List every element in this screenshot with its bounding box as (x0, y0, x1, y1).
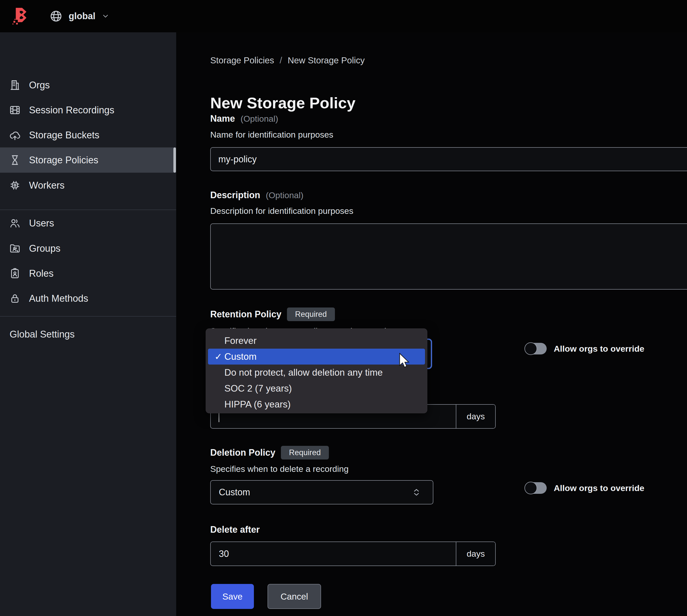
retention-label-row: Retention Policy Required (210, 308, 335, 321)
name-helper: Name for identification purposes (210, 130, 333, 139)
page-title: New Storage Policy (210, 94, 355, 112)
sidebar-item-label: Storage Buckets (29, 130, 99, 140)
description-textarea[interactable] (210, 223, 687, 290)
sidebar-scrollbar-thumb[interactable] (173, 148, 176, 173)
name-label: Name (210, 113, 235, 124)
description-label-row: Description (Optional) (210, 188, 303, 202)
delete-after-input[interactable]: 30 (211, 542, 456, 566)
deletion-override-row: Allow orgs to override (525, 482, 644, 494)
description-optional-label: (Optional) (266, 190, 303, 200)
sidebar-item-label: Workers (29, 180, 65, 191)
globe-icon (49, 9, 63, 23)
delete-after-label: Delete after (210, 524, 260, 535)
chevron-down-icon (102, 12, 110, 20)
deletion-label-row: Deletion Policy Required (210, 446, 329, 460)
sidebar-item-global-settings[interactable]: Global Settings (9, 329, 75, 340)
sidebar-item-storage-policies[interactable]: Storage Policies (0, 148, 176, 173)
sidebar-divider (0, 316, 176, 316)
retention-dropdown-menu: Forever ✓ Custom Do not protect, allow d… (206, 328, 427, 413)
top-bar: global (0, 0, 687, 32)
name-optional-label: (Optional) (241, 114, 278, 124)
deletion-select-value: Custom (211, 487, 411, 498)
sidebar-item-label: Storage Policies (29, 155, 98, 166)
deletion-helper: Specifies when to delete a recording (210, 464, 349, 474)
sidebar-item-label: Users (29, 218, 54, 229)
retention-override-row: Allow orgs to override (525, 343, 644, 354)
cloud-upload-icon (9, 129, 21, 141)
deletion-select[interactable]: Custom (210, 480, 433, 504)
deletion-override-label: Allow orgs to override (554, 483, 644, 493)
retention-override-label: Allow orgs to override (554, 344, 644, 354)
mouse-cursor-icon (398, 353, 411, 369)
sidebar-item-workers[interactable]: Workers (0, 173, 176, 198)
scope-label: global (69, 11, 95, 21)
retention-days-suffix: days (456, 405, 495, 428)
description-label: Description (210, 190, 260, 200)
brand-logo-icon (12, 5, 29, 27)
name-input[interactable] (210, 147, 687, 171)
sidebar-divider (0, 210, 176, 210)
text-caret (219, 413, 219, 422)
name-label-row: Name (Optional) (210, 112, 278, 126)
retention-override-toggle[interactable] (525, 343, 547, 354)
save-button[interactable]: Save (211, 584, 254, 609)
lock-icon (9, 293, 21, 304)
sidebar-item-label: Roles (29, 268, 53, 279)
select-chevrons-icon (411, 487, 422, 498)
building-icon (9, 79, 21, 91)
sidebar-item-groups[interactable]: Groups (0, 236, 176, 261)
retention-label: Retention Policy (210, 309, 282, 320)
sidebar-item-orgs[interactable]: Orgs (0, 72, 176, 98)
sidebar-item-users[interactable]: Users (0, 211, 176, 236)
sidebar-item-label: Auth Methods (29, 293, 88, 304)
chip-icon (9, 179, 21, 191)
deletion-label: Deletion Policy (210, 447, 275, 458)
deletion-override-toggle[interactable] (525, 482, 547, 494)
app-window: global Orgs Session Recordings (0, 0, 687, 616)
sidebar-item-storage-buckets[interactable]: Storage Buckets (0, 123, 176, 148)
delete-after-group: 30 days (210, 542, 496, 566)
breadcrumb: Storage Policies / New Storage Policy (210, 54, 365, 67)
dropdown-option-forever[interactable]: Forever (206, 333, 427, 349)
id-badge-icon (9, 268, 21, 279)
dropdown-option-custom-selected[interactable]: ✓ Custom (208, 349, 425, 365)
toggle-knob (525, 482, 537, 494)
dropdown-option-soc2[interactable]: SOC 2 (7 years) (206, 380, 427, 396)
breadcrumb-parent-link[interactable]: Storage Policies (210, 55, 274, 65)
hourglass-icon (9, 154, 21, 166)
breadcrumb-current: New Storage Policy (288, 55, 365, 65)
toggle-knob (525, 342, 537, 355)
required-badge: Required (281, 446, 329, 460)
delete-after-label-row: Delete after (210, 523, 260, 536)
sidebar-item-label: Orgs (29, 80, 50, 91)
dropdown-option-hippa[interactable]: HIPPA (6 years) (206, 396, 427, 412)
folder-users-icon (9, 243, 21, 254)
description-helper: Description for identification purposes (210, 206, 353, 216)
sidebar-nav: Orgs Session Recordings Storage Buckets … (0, 32, 176, 616)
required-badge: Required (287, 308, 335, 321)
sidebar-item-roles[interactable]: Roles (0, 261, 176, 286)
cancel-button[interactable]: Cancel (268, 584, 321, 609)
sidebar-item-label: Session Recordings (29, 105, 114, 116)
delete-after-suffix: days (456, 542, 495, 566)
sidebar-item-auth-methods[interactable]: Auth Methods (0, 286, 176, 311)
users-icon (9, 217, 21, 229)
checkmark-icon: ✓ (215, 351, 222, 362)
sidebar-item-label: Groups (29, 243, 61, 254)
dropdown-option-do-not-protect[interactable]: Do not protect, allow deletion any time (206, 365, 427, 380)
breadcrumb-separator: / (280, 55, 282, 65)
sidebar-item-session-recordings[interactable]: Session Recordings (0, 97, 176, 123)
film-icon (9, 104, 21, 116)
scope-picker[interactable]: global (49, 5, 110, 27)
